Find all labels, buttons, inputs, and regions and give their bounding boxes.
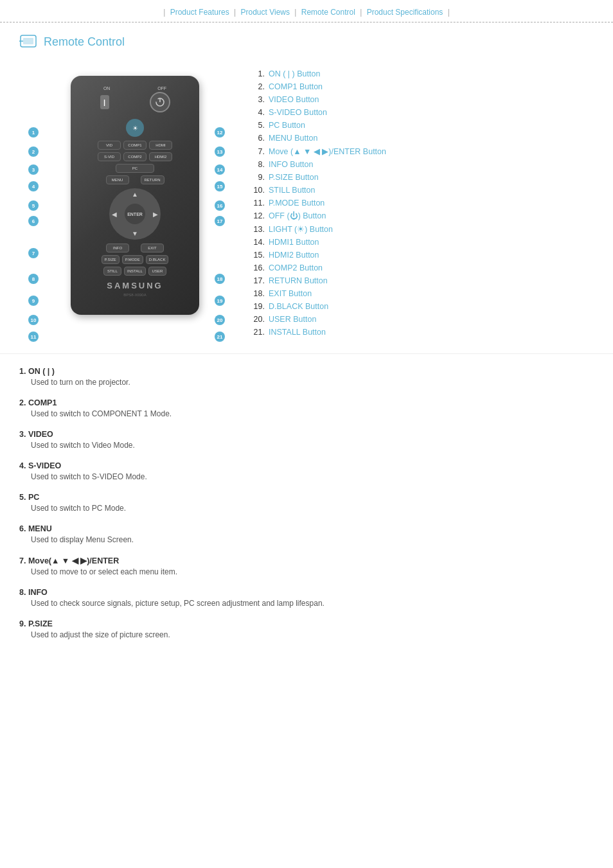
list-item-20: 20. USER Button — [251, 315, 594, 324]
desc-item-5: 5. PC Used to switch to PC Mode. — [19, 493, 594, 513]
list-item-4: 4. S-VIDEO Button — [251, 108, 594, 117]
row-vid-comp1-hdmi: VID COMP1 HDMI — [80, 141, 190, 150]
desc-body-7: Used to move to or select each menu item… — [19, 567, 594, 576]
desc-num-6: 6. — [19, 524, 28, 533]
nav-item-product-specs[interactable]: Product Specifications — [367, 8, 443, 17]
hdmi-button[interactable]: HDMI — [149, 141, 172, 150]
svid-button[interactable]: S-VID — [98, 152, 121, 161]
menu-button[interactable]: MENU — [106, 175, 129, 184]
info-button[interactable]: INFO — [106, 244, 129, 252]
list-item-6: 6. MENU Button — [251, 134, 594, 143]
exit-button[interactable]: EXIT — [141, 244, 164, 252]
label-text-16: COMP2 Button — [269, 263, 323, 272]
comp1-button[interactable]: COMP1 — [123, 141, 147, 150]
label-text-21: INSTALL Button — [269, 328, 326, 337]
desc-title-8: 8. INFO — [19, 588, 594, 597]
badge-4: 4 — [28, 181, 39, 191]
off-button[interactable] — [150, 92, 170, 112]
label-text-11: P.MODE Button — [269, 199, 324, 208]
label-num-17: 17. — [251, 276, 265, 285]
badge-5: 5 — [28, 200, 39, 211]
badge-21: 21 — [215, 332, 225, 342]
label-text-4: S-VIDEO Button — [269, 108, 327, 117]
badge-2: 2 — [28, 146, 39, 157]
badge-17: 17 — [215, 216, 225, 226]
desc-item-6: 6. MENU Used to display Menu Screen. — [19, 524, 594, 544]
label-text-5: PC Button — [269, 121, 305, 130]
desc-item-7: 7. Move(▲ ▼ ◀ ▶)/ENTER Used to move to o… — [19, 556, 594, 576]
top-navigation: | Product Features | Product Views | Rem… — [0, 0, 613, 22]
nav-item-product-features[interactable]: Product Features — [170, 8, 229, 17]
remote-control-icon — [19, 34, 37, 50]
label-num-5: 5. — [251, 121, 265, 130]
desc-item-1: 1. ON ( | ) Used to turn on the projecto… — [19, 367, 594, 387]
list-item-2: 2. COMP1 Button — [251, 82, 594, 91]
list-item-3: 3. VIDEO Button — [251, 95, 594, 104]
desc-num-4: 4. — [19, 461, 28, 470]
still-button[interactable]: STILL — [103, 267, 121, 276]
list-item-17: 17. RETURN Button — [251, 276, 594, 285]
desc-name-4: S-VIDEO — [28, 461, 61, 470]
badge-15: 15 — [215, 181, 225, 191]
desc-name-2: COMP1 — [28, 398, 57, 407]
samsung-brand: SAMSUNG — [80, 281, 190, 290]
list-item-19: 19. D.BLACK Button — [251, 302, 594, 311]
desc-body-8: Used to check source signals, picture se… — [19, 599, 594, 608]
label-text-13: LIGHT (☀) Button — [269, 224, 333, 234]
label-text-10: STILL Button — [269, 186, 315, 195]
label-num-6: 6. — [251, 134, 265, 143]
install-button[interactable]: INSTALL — [124, 267, 146, 276]
on-button[interactable]: | — [100, 95, 109, 109]
row-psize-pmode-dblack: P.SIZE P.MODE D.BLACK — [80, 255, 190, 264]
dblack-button[interactable]: D.BLACK — [146, 255, 169, 264]
dpad-right[interactable]: ▶ — [153, 211, 158, 218]
label-text-19: D.BLACK Button — [269, 302, 328, 311]
badge-7: 7 — [28, 248, 39, 258]
comp2-button[interactable]: COMP2 — [123, 152, 147, 161]
return-button[interactable]: RETURN — [141, 175, 164, 184]
label-text-8: INFO Button — [269, 160, 313, 169]
label-num-19: 19. — [251, 302, 265, 311]
nav-item-product-views[interactable]: Product Views — [240, 8, 289, 17]
nav-item-remote-control[interactable]: Remote Control — [301, 8, 355, 17]
desc-title-3: 3. VIDEO — [19, 430, 594, 439]
list-item-9: 9. P.SIZE Button — [251, 173, 594, 182]
label-num-12: 12. — [251, 211, 265, 220]
dpad-up[interactable]: ▲ — [132, 191, 138, 198]
list-item-11: 11. P.MODE Button — [251, 199, 594, 208]
pmode-button[interactable]: P.MODE — [122, 255, 143, 264]
label-text-12: OFF (⏻) Button — [269, 211, 326, 220]
label-num-8: 8. — [251, 160, 265, 169]
svg-rect-1 — [23, 38, 33, 44]
badge-3: 3 — [28, 164, 39, 175]
psize-button[interactable]: P.SIZE — [102, 255, 120, 264]
desc-title-1: 1. ON ( | ) — [19, 367, 594, 376]
list-item-10: 10. STILL Button — [251, 186, 594, 195]
vid-button[interactable]: VID — [98, 141, 121, 150]
desc-body-6: Used to display Menu Screen. — [19, 535, 594, 544]
pc-button[interactable]: PC — [116, 164, 154, 173]
badge-19: 19 — [215, 296, 225, 306]
desc-title-7: 7. Move(▲ ▼ ◀ ▶)/ENTER — [19, 556, 594, 565]
label-num-15: 15. — [251, 251, 265, 260]
list-item-8: 8. INFO Button — [251, 160, 594, 169]
dpad-down[interactable]: ▼ — [132, 230, 138, 237]
nav-separator-3: | — [294, 8, 296, 17]
desc-num-8: 8. — [19, 588, 28, 597]
label-num-11: 11. — [251, 199, 265, 208]
user-button[interactable]: USER — [148, 267, 166, 276]
light-button[interactable]: ☀ — [126, 119, 144, 137]
badge-16: 16 — [215, 200, 225, 211]
row-info-exit: INFO EXIT — [80, 244, 190, 252]
hdmi2-button[interactable]: HDMI2 — [149, 152, 172, 161]
dpad-left[interactable]: ◀ — [112, 211, 117, 218]
desc-name-9: P.SIZE — [28, 619, 53, 628]
row-menu-return: MENU RETURN — [80, 175, 190, 184]
list-item-15: 15. HDMI2 Button — [251, 251, 594, 260]
desc-title-2: 2. COMP1 — [19, 398, 594, 407]
label-text-6: MENU Button — [269, 134, 317, 143]
desc-item-8: 8. INFO Used to check source signals, pi… — [19, 588, 594, 608]
enter-button[interactable]: ENTER — [125, 204, 145, 224]
dpad-outer: ▲ ▼ ◀ ▶ ENTER — [109, 188, 161, 240]
badge-20: 20 — [215, 315, 225, 325]
